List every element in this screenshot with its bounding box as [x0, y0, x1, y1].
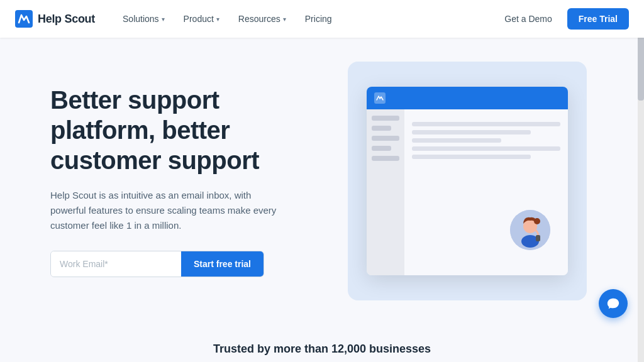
nav-item-solutions[interactable]: Solutions ▾: [115, 9, 172, 29]
nav-solutions-label: Solutions: [123, 14, 159, 24]
nav-item-pricing[interactable]: Pricing: [297, 9, 340, 29]
sidebar-line: [372, 126, 391, 131]
chevron-down-icon: ▾: [216, 16, 219, 23]
content-line: [412, 146, 560, 151]
navbar: Help Scout Solutions ▾ Product ▾ Resourc…: [0, 0, 644, 38]
logo-text: Help Scout: [38, 13, 95, 26]
sidebar-line: [372, 116, 399, 121]
chevron-down-icon: ▾: [283, 16, 286, 23]
browser-mockup: [367, 87, 568, 275]
hero-left: Better support platform, better customer…: [50, 85, 303, 277]
logo-link[interactable]: Help Scout: [15, 10, 95, 28]
nav-item-resources[interactable]: Resources ▾: [231, 9, 294, 29]
nav-product-label: Product: [184, 14, 214, 24]
trusted-text: Trusted by more than 12,000 businesses: [213, 343, 431, 356]
content-line: [412, 138, 501, 143]
sidebar-line: [372, 156, 399, 161]
logo-icon: [15, 10, 33, 28]
get-demo-button[interactable]: Get a Demo: [497, 9, 559, 29]
content-line: [412, 130, 531, 134]
hero-title: Better support platform, better customer…: [50, 85, 303, 175]
nav-resources-label: Resources: [238, 14, 280, 24]
navbar-nav: Solutions ▾ Product ▾ Resources ▾ Pricin…: [115, 9, 497, 29]
chevron-down-icon: ▾: [162, 16, 165, 23]
content-lines: [412, 122, 560, 159]
navbar-actions: Get a Demo Free Trial: [497, 8, 629, 30]
browser-toolbar: [367, 87, 568, 109]
browser-body: [367, 109, 568, 275]
email-input[interactable]: [51, 251, 181, 277]
email-form: Start free trial: [50, 251, 264, 277]
illustration-background: [348, 62, 587, 300]
scrollbar-track: [638, 0, 644, 362]
sidebar-line: [372, 146, 391, 151]
sidebar-line: [372, 136, 399, 141]
browser-sidebar: [367, 109, 404, 275]
content-line: [412, 155, 531, 159]
main-content: Better support platform, better customer…: [0, 38, 644, 324]
chat-bubble-button[interactable]: [599, 289, 628, 318]
avatar: [510, 210, 550, 250]
browser-logo-small: [374, 92, 386, 104]
nav-pricing-label: Pricing: [305, 14, 332, 24]
browser-main: [404, 109, 568, 275]
svg-point-4: [534, 218, 540, 224]
start-trial-button[interactable]: Start free trial: [181, 251, 264, 277]
free-trial-button[interactable]: Free Trial: [567, 8, 629, 30]
chat-icon: [606, 297, 620, 310]
hero-right: [341, 62, 594, 300]
hero-subtitle: Help Scout is as intuitive as an email i…: [50, 188, 277, 233]
nav-item-product[interactable]: Product ▾: [176, 9, 227, 29]
content-line: [412, 122, 560, 126]
svg-rect-5: [536, 235, 540, 241]
bottom-bar: Trusted by more than 12,000 businesses: [0, 324, 644, 362]
